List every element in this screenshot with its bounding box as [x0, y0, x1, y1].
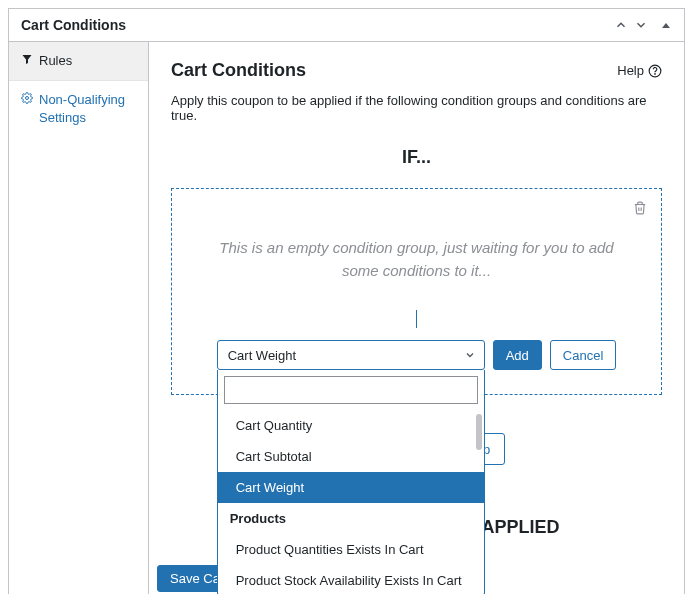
sidebar: Rules Non-Qualifying Settings — [9, 42, 149, 594]
sidebar-item-rules[interactable]: Rules — [9, 42, 148, 81]
sidebar-item-non-qualifying[interactable]: Non-Qualifying Settings — [9, 81, 148, 137]
panel-down-icon[interactable] — [634, 18, 648, 32]
cart-conditions-panel: Cart Conditions Rules — [8, 8, 685, 594]
condition-group: This is an empty condition group, just w… — [171, 188, 662, 395]
panel-body: Rules Non-Qualifying Settings Cart Condi… — [9, 42, 684, 594]
text-cursor — [416, 310, 417, 328]
panel-controls — [614, 18, 672, 32]
select-search-input[interactable] — [224, 376, 478, 404]
chevron-down-icon — [464, 349, 476, 361]
help-link[interactable]: Help — [617, 63, 662, 78]
select-selected-label: Cart Weight — [228, 348, 296, 363]
sidebar-item-label: Rules — [39, 52, 136, 70]
description: Apply this coupon to be applied if the f… — [171, 93, 662, 123]
svg-marker-1 — [23, 55, 32, 64]
select-results: Cart Quantity Cart Subtotal Cart Weight … — [218, 410, 484, 594]
select-option-cart-subtotal[interactable]: Cart Subtotal — [218, 441, 484, 472]
panel-title: Cart Conditions — [21, 17, 126, 33]
svg-point-4 — [655, 73, 656, 74]
scrollbar[interactable] — [476, 414, 482, 450]
panel-up-icon[interactable] — [614, 18, 628, 32]
panel-header: Cart Conditions — [9, 9, 684, 42]
select-option-product-quantities[interactable]: Product Quantities Exists In Cart — [218, 534, 484, 565]
help-label: Help — [617, 63, 644, 78]
svg-point-2 — [26, 97, 29, 100]
condition-type-select[interactable]: Cart Weight Cart Quantity — [217, 340, 485, 370]
trash-icon[interactable] — [633, 201, 647, 215]
panel-collapse-icon[interactable] — [660, 19, 672, 31]
sidebar-item-label: Non-Qualifying Settings — [39, 91, 136, 127]
select-group-products: Products — [218, 503, 484, 534]
main-title: Cart Conditions — [171, 60, 306, 81]
empty-group-message: This is an empty condition group, just w… — [207, 237, 627, 282]
cancel-button[interactable]: Cancel — [550, 340, 616, 370]
select-selection[interactable]: Cart Weight — [217, 340, 485, 370]
select-dropdown: Cart Quantity Cart Subtotal Cart Weight … — [217, 370, 485, 594]
add-condition-row: Cart Weight Cart Quantity — [188, 340, 645, 370]
main-content: Cart Conditions Help Apply this coupon t… — [149, 42, 684, 594]
main-header: Cart Conditions Help — [171, 60, 662, 81]
select-search-wrap — [218, 370, 484, 410]
add-button[interactable]: Add — [493, 340, 542, 370]
help-icon — [648, 64, 662, 78]
select-option-product-stock[interactable]: Product Stock Availability Exists In Car… — [218, 565, 484, 594]
select-option-cart-quantity[interactable]: Cart Quantity — [218, 410, 484, 441]
gear-icon — [21, 92, 33, 104]
filter-icon — [21, 53, 33, 65]
if-heading: IF... — [171, 147, 662, 168]
select-option-cart-weight[interactable]: Cart Weight — [218, 472, 484, 503]
svg-marker-0 — [662, 23, 670, 28]
